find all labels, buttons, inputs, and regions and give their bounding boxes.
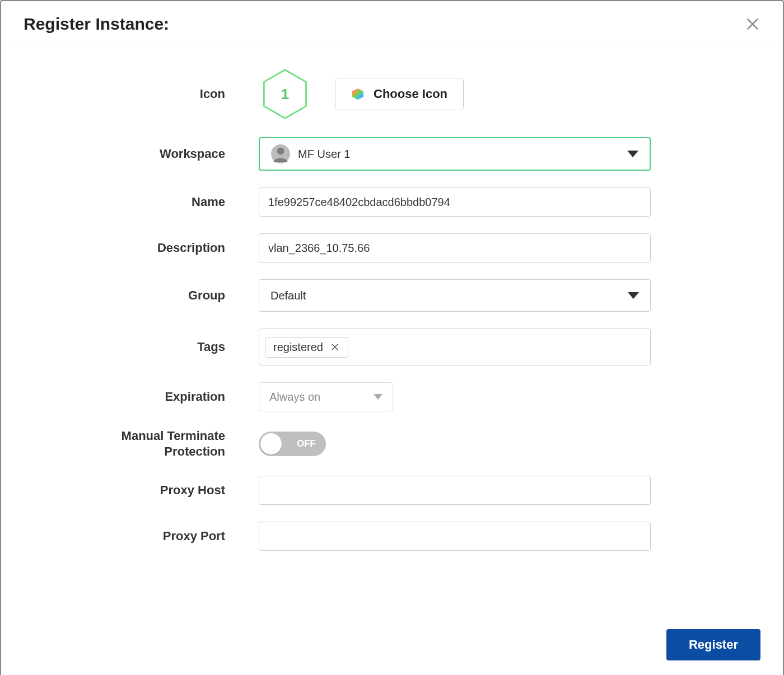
choose-icon-label: Choose Icon xyxy=(374,87,447,101)
label-tags: Tags xyxy=(35,340,259,354)
svg-marker-3 xyxy=(352,88,363,100)
workspace-value: MF User 1 xyxy=(298,148,350,161)
hexagon-number: 1 xyxy=(281,86,289,103)
modal-title: Register Instance: xyxy=(24,15,169,34)
svg-point-4 xyxy=(277,148,284,155)
label-expiration: Expiration xyxy=(35,390,259,404)
close-icon xyxy=(745,16,760,32)
expiration-select[interactable]: Always on xyxy=(259,382,393,411)
chevron-down-icon xyxy=(374,394,382,400)
row-group: Group Default xyxy=(35,279,749,312)
label-icon: Icon xyxy=(35,87,259,101)
chevron-down-icon xyxy=(627,151,638,157)
proxy-host-input[interactable] xyxy=(259,476,651,505)
close-icon xyxy=(330,342,340,352)
label-proxy-host: Proxy Host xyxy=(35,483,259,498)
tag-chip: registered xyxy=(265,337,348,358)
label-workspace: Workspace xyxy=(35,147,259,161)
name-input[interactable] xyxy=(259,187,651,217)
tags-input[interactable]: registered xyxy=(259,329,651,365)
choose-icon-button[interactable]: Choose Icon xyxy=(335,78,464,110)
proxy-port-input[interactable] xyxy=(259,522,651,551)
label-name: Name xyxy=(35,195,259,209)
row-name: Name xyxy=(35,187,749,217)
toggle-knob xyxy=(260,433,282,454)
mtp-toggle[interactable]: OFF xyxy=(259,432,326,456)
row-icon: Icon 1 Choose Icon xyxy=(35,68,749,120)
hexagon-icon-preview: 1 xyxy=(259,68,311,120)
group-select[interactable]: Default xyxy=(259,279,651,312)
label-mtp: Manual Terminate Protection xyxy=(35,428,259,459)
row-proxy-host: Proxy Host xyxy=(35,476,749,505)
register-instance-modal: Register Instance: Icon 1 Choose Ico xyxy=(0,0,784,675)
row-proxy-port: Proxy Port xyxy=(35,522,749,551)
modal-header: Register Instance: xyxy=(1,1,783,45)
chevron-down-icon xyxy=(628,292,639,299)
row-workspace: Workspace MF User 1 xyxy=(35,137,749,171)
tag-remove-button[interactable] xyxy=(330,342,340,352)
workspace-select[interactable]: MF User 1 xyxy=(259,137,651,171)
label-group: Group xyxy=(35,288,259,303)
expiration-value: Always on xyxy=(269,391,320,404)
close-button[interactable] xyxy=(745,16,760,32)
description-input[interactable] xyxy=(259,233,651,262)
label-description: Description xyxy=(35,241,259,255)
group-value: Default xyxy=(270,289,306,302)
avatar-icon xyxy=(271,144,290,163)
tag-label: registered xyxy=(273,341,323,354)
form-body: Icon 1 Choose Icon Workspace xyxy=(1,45,783,629)
cube-icon xyxy=(351,87,365,101)
row-mtp: Manual Terminate Protection OFF xyxy=(35,428,749,459)
label-proxy-port: Proxy Port xyxy=(35,529,259,543)
toggle-state: OFF xyxy=(297,438,316,449)
row-description: Description xyxy=(35,233,749,262)
row-tags: Tags registered xyxy=(35,329,749,365)
register-button[interactable]: Register xyxy=(666,629,760,660)
modal-footer: Register xyxy=(1,629,783,675)
row-expiration: Expiration Always on xyxy=(35,382,749,411)
